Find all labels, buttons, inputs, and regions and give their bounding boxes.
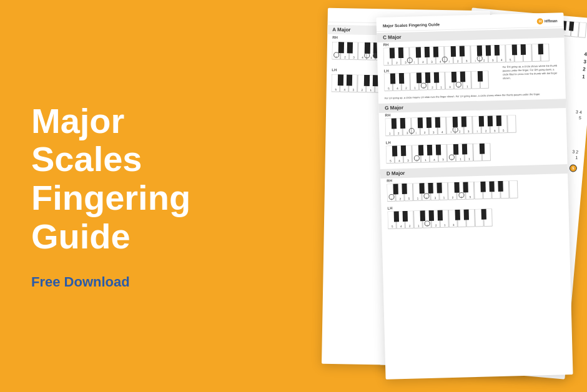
circle-5: 5 bbox=[572, 166, 575, 170]
svg-rect-275 bbox=[508, 115, 516, 132]
svg-rect-162 bbox=[347, 74, 352, 86]
svg-rect-355 bbox=[463, 182, 468, 192]
title-line-1: Major Scales bbox=[31, 101, 142, 179]
svg-rect-242 bbox=[399, 73, 404, 84]
svg-rect-14 bbox=[578, 22, 586, 38]
svg-rect-353 bbox=[437, 182, 441, 193]
svg-rect-241 bbox=[390, 73, 395, 84]
free-download-label: Free Download bbox=[31, 274, 206, 290]
svg-rect-205 bbox=[477, 46, 482, 56]
svg-rect-385 bbox=[403, 211, 408, 222]
svg-rect-350 bbox=[402, 184, 407, 194]
page-front: Major Scales Fingering Guide H Hffman C … bbox=[376, 12, 573, 380]
svg-rect-354 bbox=[454, 182, 459, 193]
c-major-lh-piano: 5 4 2 1 3 2 1 3 2 1 bbox=[384, 71, 494, 92]
svg-rect-283 bbox=[479, 116, 484, 127]
svg-rect-281 bbox=[453, 117, 458, 127]
hoffman-icon-front: H bbox=[537, 18, 543, 24]
svg-rect-246 bbox=[451, 72, 456, 82]
svg-rect-315 bbox=[401, 145, 406, 156]
svg-rect-198 bbox=[390, 47, 395, 58]
d-major-lh-piano: 5 4 2 1 3 2 1 3 bbox=[388, 207, 557, 230]
circle-filled: 5 bbox=[569, 164, 577, 172]
hoffman-logo-front: H Hffman bbox=[537, 17, 558, 24]
svg-rect-122 bbox=[338, 42, 344, 53]
svg-rect-285 bbox=[496, 115, 501, 126]
svg-rect-358 bbox=[498, 181, 503, 192]
svg-rect-277 bbox=[400, 118, 405, 129]
svg-rect-202 bbox=[433, 46, 438, 57]
svg-rect-348 bbox=[509, 180, 518, 198]
title-line-3: Guide bbox=[31, 217, 131, 256]
svg-rect-282 bbox=[461, 116, 466, 127]
svg-rect-208 bbox=[512, 44, 517, 55]
svg-rect-320 bbox=[462, 144, 467, 154]
title-line-2: Fingering bbox=[31, 178, 190, 217]
svg-rect-276 bbox=[392, 118, 397, 129]
svg-rect-124 bbox=[365, 42, 370, 54]
svg-rect-319 bbox=[453, 144, 458, 155]
left-panel: Major Scales Fingering Guide Free Downlo… bbox=[0, 0, 237, 392]
svg-rect-389 bbox=[455, 210, 460, 220]
svg-rect-321 bbox=[480, 144, 485, 154]
svg-rect-318 bbox=[436, 144, 441, 155]
svg-rect-248 bbox=[478, 71, 483, 82]
g-major-rh-piano: 1 2 3 1 2 3 4 1 2 3 1 2 3 5 bbox=[385, 114, 555, 137]
main-title: Major Scales Fingering Guide bbox=[31, 102, 206, 255]
svg-rect-204 bbox=[460, 46, 465, 56]
svg-rect-384 bbox=[394, 211, 399, 222]
svg-rect-207 bbox=[495, 45, 500, 56]
svg-rect-199 bbox=[398, 47, 403, 58]
svg-rect-278 bbox=[418, 117, 423, 128]
svg-rect-352 bbox=[428, 183, 433, 194]
front-page-title: Major Scales Fingering Guide bbox=[383, 22, 440, 27]
svg-rect-280 bbox=[435, 117, 440, 127]
svg-rect-317 bbox=[427, 145, 432, 155]
svg-rect-284 bbox=[488, 115, 493, 126]
svg-rect-391 bbox=[481, 209, 486, 220]
svg-rect-316 bbox=[418, 145, 423, 155]
pages-container: 1 2 3 4 3 2 1 bbox=[212, 0, 587, 392]
svg-rect-390 bbox=[464, 209, 469, 220]
svg-rect-201 bbox=[425, 47, 430, 57]
svg-rect-123 bbox=[347, 42, 353, 53]
svg-rect-163 bbox=[364, 75, 370, 86]
svg-rect-247 bbox=[460, 71, 465, 82]
instruction-rh: For RH going up, a circle shows where th… bbox=[503, 64, 560, 80]
d-major-rh-piano: 1 2 5 1 2 3 1 2 3 5 bbox=[387, 180, 556, 203]
svg-rect-357 bbox=[489, 181, 494, 192]
svg-rect-206 bbox=[486, 45, 491, 56]
g-major-lh-piano: 5 4 3 2 1 4 3 2 1 1 bbox=[386, 142, 555, 165]
svg-rect-356 bbox=[480, 182, 485, 192]
svg-rect-351 bbox=[419, 183, 424, 194]
svg-rect-314 bbox=[392, 145, 397, 156]
svg-rect-210 bbox=[538, 44, 543, 54]
svg-rect-24 bbox=[569, 21, 574, 31]
svg-rect-245 bbox=[434, 72, 439, 82]
svg-rect-388 bbox=[438, 210, 443, 220]
svg-rect-279 bbox=[427, 117, 432, 128]
svg-rect-386 bbox=[420, 210, 425, 221]
svg-rect-244 bbox=[425, 72, 430, 83]
svg-rect-209 bbox=[521, 44, 526, 55]
svg-rect-243 bbox=[417, 72, 422, 83]
svg-rect-161 bbox=[338, 74, 343, 86]
svg-rect-387 bbox=[429, 210, 434, 221]
svg-rect-203 bbox=[451, 46, 456, 57]
svg-rect-349 bbox=[393, 184, 398, 194]
hoffman-text-front: Hffman bbox=[545, 19, 558, 23]
svg-rect-200 bbox=[416, 47, 421, 57]
